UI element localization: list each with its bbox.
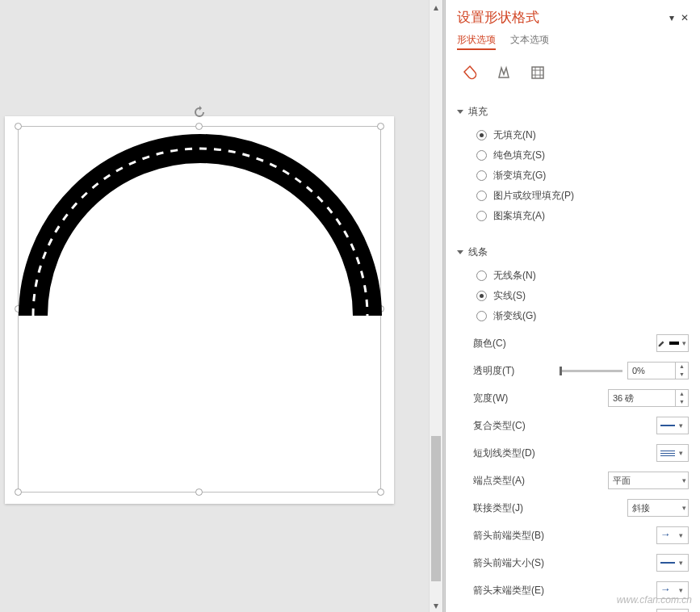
transparency-input[interactable]: 0% ▲▼ [627, 362, 689, 379]
fill-line-tab-icon[interactable] [460, 63, 480, 82]
join-type-combo[interactable]: 斜接▾ [627, 499, 689, 517]
chevron-down-icon: ▾ [681, 339, 688, 347]
arrow-begin-size-label: 箭头前端大小(S) [473, 556, 544, 570]
canvas-area[interactable]: ▴ ▾ [0, 0, 442, 612]
fill-gradient-radio[interactable]: 渐变填充(G) [476, 169, 689, 182]
chevron-down-icon: ▾ [677, 586, 685, 594]
fill-section-header[interactable]: 填充 [457, 105, 689, 119]
fill-section-title: 填充 [468, 105, 488, 119]
line-section-header[interactable]: 线条 [457, 245, 689, 259]
tab-shape-options[interactable]: 形状选项 [457, 31, 496, 50]
panel-tabs: 形状选项 文本选项 [457, 31, 689, 50]
arrow-begin-type-button[interactable]: ▾ [656, 526, 689, 544]
line-solid-radio[interactable]: 实线(S) [476, 289, 689, 303]
size-tab-icon[interactable] [528, 63, 547, 82]
arrow-end-type-button[interactable]: ▾ [656, 581, 689, 599]
fill-solid-radio[interactable]: 纯色填充(S) [476, 149, 689, 162]
line-gradient-radio[interactable]: 渐变线(G) [476, 309, 689, 323]
format-shape-panel: 设置形状格式 ▾ ✕ 形状选项 文本选项 填充 无填充(N) 纯色填充(S) 渐… [446, 0, 700, 612]
compound-type-button[interactable]: ▾ [656, 417, 689, 434]
line-none-radio[interactable]: 无线条(N) [476, 269, 689, 283]
line-section-title: 线条 [468, 245, 488, 259]
caret-icon [457, 110, 463, 114]
cap-type-combo[interactable]: 平面▾ [608, 472, 689, 489]
cap-label: 端点类型(A) [473, 474, 525, 488]
spin-down[interactable]: ▼ [675, 398, 688, 406]
pen-icon [657, 337, 667, 349]
line-color-button[interactable]: ▾ [656, 334, 689, 352]
join-label: 联接类型(J) [473, 501, 523, 515]
spin-up[interactable]: ▲ [675, 390, 688, 398]
chevron-down-icon: ▾ [677, 421, 685, 430]
arrow-begin-size-button[interactable]: ▾ [656, 554, 689, 572]
transparency-slider[interactable] [560, 370, 622, 372]
arrow-icon [660, 586, 675, 594]
arrow-icon [660, 531, 675, 539]
handle-sw[interactable] [15, 488, 22, 496]
dash-type-button[interactable]: ▾ [656, 444, 689, 462]
panel-close-icon[interactable]: ✕ [681, 12, 689, 23]
dash-label: 短划线类型(D) [473, 446, 535, 460]
scroll-up-button[interactable]: ▴ [430, 0, 442, 14]
rotation-handle[interactable] [193, 106, 206, 121]
fill-none-radio[interactable]: 无填充(N) [476, 128, 689, 142]
effects-tab-icon[interactable] [494, 63, 513, 82]
fill-pattern-radio[interactable]: 图案填充(A) [476, 209, 689, 223]
tab-text-options[interactable]: 文本选项 [510, 31, 549, 50]
compound-label: 复合类型(C) [473, 419, 526, 433]
line-icon [660, 425, 675, 426]
chevron-down-icon: ▾ [680, 504, 688, 512]
color-swatch [669, 342, 679, 345]
spin-down[interactable]: ▼ [675, 371, 688, 379]
vertical-scrollbar[interactable]: ▴ ▾ [429, 0, 442, 612]
caret-icon [457, 250, 463, 254]
scroll-down-button[interactable]: ▾ [430, 598, 442, 612]
chevron-down-icon: ▾ [677, 531, 685, 539]
arrow-end-type-label: 箭头末端类型(E) [473, 584, 544, 597]
svg-rect-0 [532, 67, 543, 78]
spin-up[interactable]: ▲ [675, 363, 688, 371]
chevron-down-icon: ▾ [677, 449, 685, 457]
panel-title: 设置形状格式 [457, 8, 539, 27]
selection-box[interactable] [18, 126, 381, 493]
dash-icon [660, 451, 675, 456]
handle-se[interactable] [377, 488, 384, 496]
scroll-thumb[interactable] [431, 436, 441, 581]
arc-shape[interactable] [19, 127, 382, 337]
width-label: 宽度(W) [473, 392, 508, 405]
arrow-begin-type-label: 箭头前端类型(B) [473, 529, 544, 543]
arrow-end-size-button[interactable]: ▾ [656, 609, 689, 612]
color-label: 颜色(C) [473, 337, 506, 350]
category-tabs [460, 63, 689, 82]
transparency-label: 透明度(T) [473, 364, 514, 378]
panel-menu-icon[interactable]: ▾ [669, 12, 674, 23]
handle-s[interactable] [195, 488, 203, 496]
chevron-down-icon: ▾ [677, 559, 685, 567]
fill-picture-radio[interactable]: 图片或纹理填充(P) [476, 189, 689, 203]
chevron-down-icon: ▾ [680, 476, 688, 484]
line-icon [660, 562, 675, 564]
width-input[interactable]: 36 磅 ▲▼ [608, 389, 689, 407]
